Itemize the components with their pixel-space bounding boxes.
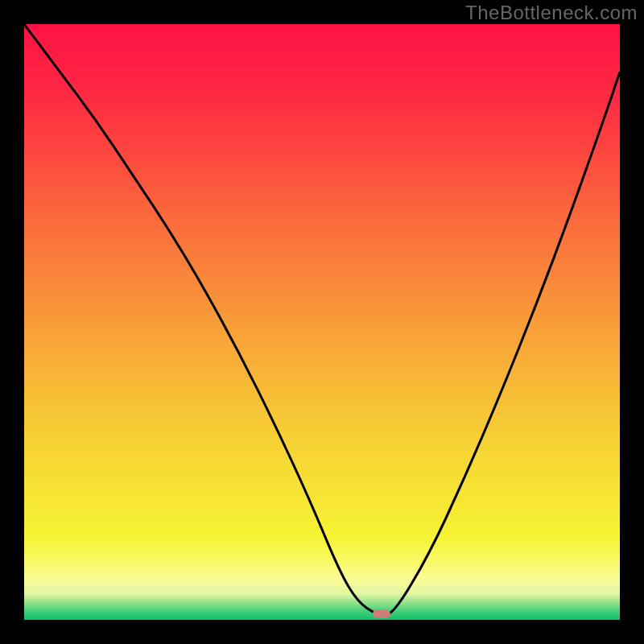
minimum-marker (373, 609, 390, 617)
bottleneck-curve (24, 24, 620, 620)
plot-area (24, 24, 620, 620)
curve-path (24, 24, 620, 614)
watermark-text: TheBottleneck.com (465, 2, 638, 24)
chart-container: TheBottleneck.com (0, 0, 644, 644)
